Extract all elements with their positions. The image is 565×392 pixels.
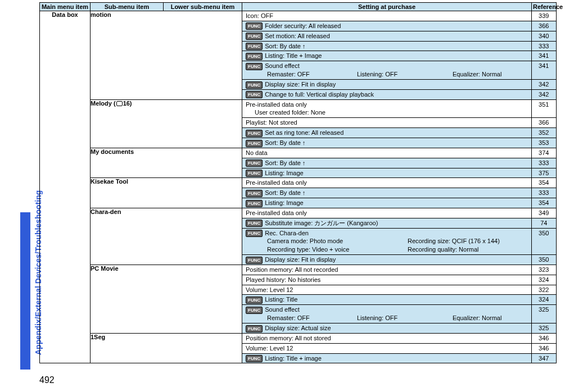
setting-cell: Pre-installed data only [242,208,531,218]
setting-cell: No data [242,148,531,158]
setting-row: FUNCSound effectRemaster: OFFListening: … [242,61,556,79]
sub-menu-cell: PC Movie [91,265,242,333]
reference-cell: 341 [531,51,556,61]
setting-ref-wrap: FUNCFolder security: All released366 [242,21,557,31]
setting-row: Pre-installed data onlyUser created fold… [242,100,556,118]
setting-ref-wrap: FUNCDisplay size: Fit in display342 [242,79,557,89]
func-badge-icon: FUNC [246,159,263,167]
reference-cell: 339 [531,11,556,21]
func-badge-icon: FUNC [246,53,263,60]
reference-cell: 340 [531,31,556,41]
reference-cell: 323 [531,265,556,275]
table-row: Melody (16)Pre-installed data onlyUser c… [40,99,557,118]
setting-row: Volume: Level 12346 [242,344,556,353]
setting-ref-wrap: Volume: Level 12322 [242,285,557,295]
setting-cell: FUNCListing: Title [242,295,531,304]
setting-ref-wrap: Position memory: All not recorded323 [242,265,557,275]
content-area: Main menu item Sub-menu item Lower sub-m… [39,2,557,363]
setting-row: Pre-installed data only349 [242,208,556,218]
setting-subline: Camera mode: Photo modeRecording size: Q… [246,237,529,245]
func-badge-icon: FUNC [246,130,263,137]
main-menu-cell: Data box [40,11,91,363]
page-number: 492 [39,375,55,385]
setting-row: FUNCListing: Title324 [242,295,556,304]
reference-cell: 349 [531,208,556,218]
col-sub: Sub-menu item [91,3,164,11]
func-badge-icon: FUNC [246,170,263,177]
reference-cell: 341 [531,61,556,79]
reference-cell: 342 [531,90,556,99]
setting-ref-wrap: FUNCListing: Title + image347 [242,353,557,363]
setting-cell: FUNCListing: Image [242,198,531,208]
func-badge-icon: FUNC [246,307,263,314]
setting-cell: Pre-installed data only [242,178,531,188]
setting-row: FUNCListing: Image375 [242,168,556,178]
reference-cell: 346 [531,344,556,353]
side-tab [20,212,30,370]
reference-cell: 366 [531,21,556,31]
reference-cell: 325 [531,323,556,333]
setting-ref-wrap: FUNCSound effectRemaster: OFFListening: … [242,305,557,323]
reference-cell: 374 [531,148,556,158]
side-tab-container: Appendix/External Devices/Troubleshootin… [10,0,30,371]
func-badge-icon: FUNC [246,325,263,332]
reference-cell: 347 [531,354,556,363]
setting-ref-wrap: FUNCSort: By date ↑353 [242,138,557,148]
setting-cell: FUNCSet motion: All released [242,31,531,41]
setting-ref-wrap: Pre-installed data only354 [242,178,557,188]
setting-cell: FUNCSort: By date ↑ [242,158,531,168]
sub-menu-cell: 1Seg [91,333,242,363]
setting-ref-wrap: FUNCDisplay size: Fit in display350 [242,255,557,265]
setting-cell: FUNCListing: Image [242,168,531,178]
func-badge-icon: FUNC [246,230,263,237]
reference-cell: 354 [531,178,556,188]
reference-cell: 354 [531,198,556,208]
table-row: Chara-denPre-installed data only349 [40,208,557,218]
setting-ref-wrap: Volume: Level 12346 [242,343,557,353]
setting-row: FUNCSubstitute image: カンガルー (Kangaroo)74 [242,218,556,228]
setting-ref-wrap: FUNCListing: Title + Image341 [242,51,557,61]
setting-ref-wrap: FUNCSet motion: All released340 [242,31,557,41]
setting-cell: FUNCChange to full: Vertical display pla… [242,90,531,99]
table-row: Data box motionIcon: OFF339 [40,11,557,21]
reference-cell: 324 [531,275,556,285]
table-header-row: Main menu item Sub-menu item Lower sub-m… [40,3,557,11]
func-badge-icon: FUNC [246,200,263,207]
reference-cell: 322 [531,285,556,295]
setting-cell: Position memory: All not stored [242,334,531,343]
setting-cell: FUNCRec. Chara-denCamera mode: Photo mod… [242,229,531,255]
reference-cell: 353 [531,138,556,148]
setting-row: FUNCDisplay size: Fit in display342 [242,80,556,89]
setting-ref-wrap: Playlist: Not stored366 [242,118,557,128]
setting-subline: Recording type: Video + voiceRecording q… [246,245,529,254]
setting-ref-wrap: FUNCDisplay size: Actual size325 [242,323,557,334]
func-badge-icon: FUNC [246,297,263,304]
col-setting: Setting at purchase [242,3,532,11]
setting-row: Position memory: All not recorded323 [242,265,556,275]
reference-cell: 333 [531,158,556,168]
func-badge-icon: FUNC [246,190,263,197]
setting-row: FUNCSet as ring tone: All released352 [242,128,556,138]
setting-cell: FUNCFolder security: All released [242,21,531,31]
setting-cell: FUNCSort: By date ↑ [242,188,531,198]
reference-cell: 325 [531,305,556,323]
setting-cell: Volume: Level 12 [242,344,531,353]
func-badge-icon: FUNC [246,257,263,264]
table-row: Kisekae ToolPre-installed data only354 [40,178,557,188]
setting-row: FUNCSort: By date ↑333 [242,42,556,51]
setting-ref-wrap: Pre-installed data only349 [242,208,557,218]
setting-ref-wrap: FUNCSound effectRemaster: OFFListening: … [242,61,557,80]
setting-cell: Played history: No histories [242,275,531,285]
setting-row: FUNCSort: By date ↑333 [242,188,556,198]
reference-cell: 366 [531,118,556,127]
reference-cell: 375 [531,168,556,178]
reference-cell: 342 [531,80,556,89]
setting-cell: FUNCSubstitute image: カンガルー (Kangaroo) [242,218,531,228]
setting-cell: FUNCSound effectRemaster: OFFListening: … [242,61,531,79]
reference-cell: 324 [531,295,556,304]
setting-row: FUNCRec. Chara-denCamera mode: Photo mod… [242,229,556,255]
table-row: My documentsNo data374 [40,148,557,158]
reference-cell: 346 [531,334,556,343]
setting-ref-wrap: FUNCListing: Title324 [242,295,557,305]
reference-cell: 74 [531,218,556,228]
